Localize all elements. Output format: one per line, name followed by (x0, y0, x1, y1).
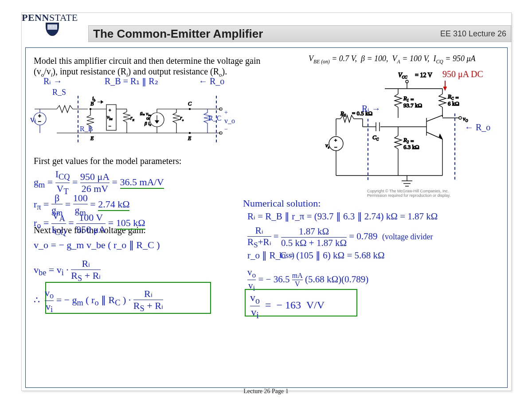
hw-vo: v_o = − g_m v_be ( r_o ‖ R_C ) (34, 239, 160, 251)
svg-text:vᵢ: vᵢ (30, 114, 36, 124)
hw-vbe: vbe = vi · RᵢRS + Rᵢ (34, 258, 101, 283)
svg-text:rπ: rπ (130, 115, 135, 122)
pennstate-logo: PENNSTATE (22, 12, 78, 23)
title-banner: The Common-Emitter Amplifier EE 310 Lect… (88, 25, 511, 42)
hw-ro: ro = VAICQ = 100 V950 μA = 105 kΩ (34, 210, 145, 238)
hw-num-rorc: r_o ‖ R_C = (105 ‖ 6) kΩ = 5.68 kΩ (247, 250, 385, 261)
svg-text:−: − (109, 124, 111, 129)
svg-text:+: + (109, 108, 111, 113)
logo-penn: PENN (22, 12, 49, 23)
svg-text:+: + (334, 137, 337, 143)
svg-text:vO: vO (463, 115, 468, 123)
course-label: EE 310 Lecture 26 (440, 29, 506, 39)
given-params: VBE (on) = 0.7 V, β = 100, VA = 100 V, I… (309, 54, 476, 65)
hw-num-result: vovi = − 163 V/V (250, 292, 325, 320)
problem-line2: (vo/vi), input resistance (Ri) and outpu… (34, 66, 227, 78)
svg-text:ro: ro (180, 115, 184, 122)
shield-year: 1 8 5 5 (46, 25, 59, 28)
svg-text:93.7 kΩ: 93.7 kΩ (403, 102, 422, 109)
svg-text:← R_o: ← R_o (465, 122, 490, 132)
svg-text:= 12 V: = 12 V (415, 72, 432, 78)
page-footer: Lecture 26 Page 1 (0, 388, 532, 395)
hw-num-ri: Rᵢ = R_B ‖ r_π = (93.7 ‖ 6.3 ‖ 2.74) kΩ … (247, 211, 438, 222)
svg-text:R_B: R_B (80, 125, 93, 133)
logo-state: STATE (49, 12, 78, 23)
svg-text:← R_o: ← R_o (199, 78, 224, 86)
problem-line1: Model this amplifier circuit and then de… (34, 56, 291, 66)
svg-text:+: + (224, 109, 228, 116)
hw-gain-final: ∴ vovi = − gm ( ro ‖ RC ) · RᵢRS + Rᵢ (34, 287, 163, 315)
svg-text:R_B = R₁ ‖ R₂: R_B = R₁ ‖ R₂ (105, 78, 158, 86)
svg-text:−: − (38, 118, 41, 125)
svg-point-33 (189, 132, 190, 133)
slide: PENNSTATE 1 8 5 5 The Common-Emitter Amp… (21, 12, 512, 391)
svg-text:−: − (224, 126, 228, 133)
svg-text:−: − (334, 144, 337, 150)
svg-point-73 (459, 117, 462, 119)
svg-text:950 μA  DC: 950 μA DC (442, 69, 483, 79)
svg-text:6.3 kΩ: 6.3 kΩ (403, 144, 419, 150)
shield-icon: 1 8 5 5 (46, 23, 59, 36)
svg-text:CC: CC (372, 134, 379, 141)
amplifier-schematic: VCC = 12 V R1 = 93.7 kΩ RC = 6 kΩ (309, 69, 505, 198)
svg-text:R_C: R_C (208, 114, 221, 122)
hw-num-title: Numerical solution: (243, 198, 321, 209)
svg-text:Rᵢ →: Rᵢ → (43, 78, 62, 86)
svg-text:VCC: VCC (398, 72, 408, 79)
svg-text:Rᵢ →: Rᵢ → (362, 104, 380, 113)
svg-text:ib: ib (92, 95, 95, 102)
svg-text:E: E (90, 135, 94, 141)
content-frame: Model this amplifier circuit and then de… (25, 47, 508, 388)
svg-text:Permission required for reprod: Permission required for reproduction or … (367, 193, 450, 198)
svg-text:R_S: R_S (52, 88, 66, 97)
svg-text:or: or (146, 116, 150, 121)
slide-title: The Common-Emitter Amplifier (93, 27, 263, 41)
svg-text:Copyright © The McGraw-Hill Co: Copyright © The McGraw-Hill Companies, I… (367, 189, 449, 193)
small-signal-model: B + vbe − rπ (30, 78, 278, 149)
svg-text:v_o: v_o (224, 117, 235, 125)
svg-text:C: C (188, 101, 192, 107)
printed-first-get: First get values for the model parameter… (34, 156, 181, 166)
svg-line-69 (426, 115, 442, 121)
svg-text:6 kΩ: 6 kΩ (448, 100, 459, 107)
svg-text:E: E (188, 135, 192, 141)
